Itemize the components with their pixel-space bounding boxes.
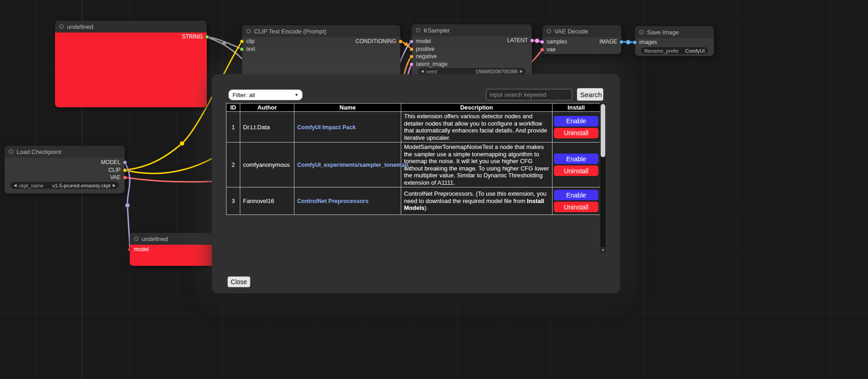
input-slot-images[interactable]: images — [633, 39, 657, 45]
enable-button[interactable]: Enable — [554, 190, 598, 200]
collapse-dot-icon[interactable] — [59, 24, 64, 29]
output-slot-string[interactable]: STRING — [182, 33, 209, 40]
slot-label: images — [639, 39, 657, 45]
output-slot-model[interactable]: MODEL — [101, 159, 127, 165]
node-title-bar[interactable]: VAE Decode — [542, 25, 621, 37]
enable-button[interactable]: Enable — [554, 116, 598, 126]
extension-name-cell: ComfyUI Impact Pack — [294, 112, 401, 143]
output-slot-clip[interactable]: CLIP — [108, 167, 127, 173]
conditioning-slot-dot-icon[interactable] — [409, 55, 414, 59]
conditioning-slot-dot-icon[interactable] — [409, 47, 414, 51]
slot-label: negative — [416, 53, 437, 60]
output-slot-vae[interactable]: VAE — [110, 174, 127, 181]
decrement-arrow-icon[interactable]: ◀ — [421, 70, 424, 73]
header-name: Name — [294, 104, 401, 112]
node-title-bar[interactable]: KSampler — [412, 24, 532, 36]
filename-prefix-widget[interactable]: filename_prefix ComfyUI — [641, 47, 708, 54]
uninstall-button[interactable]: Uninstall — [554, 128, 598, 138]
input-slot-clip[interactable]: clip — [240, 38, 254, 44]
node-title-bar[interactable]: undefined — [55, 21, 207, 33]
extension-link[interactable]: ComfyUI Impact Pack — [297, 124, 356, 131]
header-description: Description — [401, 104, 553, 112]
search-button[interactable]: Search — [577, 88, 603, 101]
input-slot-model[interactable]: model — [409, 38, 431, 44]
input-slot-samples[interactable]: samples — [540, 38, 567, 45]
scrollbar-thumb[interactable] — [601, 104, 605, 157]
ckpt-name-widget[interactable]: ◀ ckpt_name v1-5-pruned-emaonly.ckpt ▶ — [11, 182, 119, 189]
widget-value: v1-5-pruned-emaonly.ckpt — [52, 183, 111, 188]
latent-slot-dot-icon[interactable] — [540, 40, 544, 44]
input-slot-model[interactable]: model — [127, 246, 149, 253]
close-button[interactable]: Close — [227, 276, 250, 287]
extension-link[interactable]: ControlNet Preprocessors — [297, 198, 369, 204]
node-undefined-string[interactable]: undefined STRING — [55, 21, 207, 107]
uninstall-button[interactable]: Uninstall — [554, 165, 598, 176]
model-slot-dot-icon[interactable] — [409, 39, 414, 44]
slot-label: model — [416, 38, 431, 44]
image-slot-dot-icon[interactable] — [619, 40, 624, 44]
seed-widget[interactable]: ◀ seed 156680208700286 ▶ — [418, 68, 526, 75]
header-install: Install — [553, 104, 600, 112]
output-slot-latent[interactable]: LATENT — [507, 37, 534, 44]
extension-link[interactable]: ComfyUI_experiments/sampler_tonemap — [297, 162, 408, 168]
scroll-down-icon: ▼ — [602, 248, 605, 252]
clip-slot-dot-icon[interactable] — [123, 168, 127, 172]
collapse-dot-icon[interactable] — [246, 29, 251, 33]
description-text: This extension offers various detector n… — [404, 113, 547, 141]
slot-label: CONDITIONING — [355, 38, 396, 44]
input-slot-vae[interactable]: vae — [540, 46, 555, 53]
input-slot-negative[interactable]: negative — [409, 53, 437, 60]
slot-label: clip — [246, 38, 254, 44]
extension-install-cell: EnableUninstall — [553, 112, 600, 143]
output-slot-image[interactable]: IMAGE — [599, 38, 624, 45]
conditioning-slot-dot-icon[interactable] — [398, 39, 403, 44]
latent-slot-dot-icon[interactable] — [409, 62, 414, 66]
extension-row: 1Dr.Lt.DataComfyUI Impact PackThis exten… — [227, 112, 600, 143]
collapse-dot-icon[interactable] — [416, 28, 420, 33]
input-slot-latent-image[interactable]: latent_image — [409, 61, 448, 67]
slot-label: samples — [547, 38, 567, 45]
filter-select[interactable]: Filter: all ▼ — [228, 89, 303, 100]
scrollbar-down-button[interactable]: ▼ — [601, 247, 605, 253]
node-title-bar[interactable]: Load Checkpoint — [5, 146, 125, 158]
chevron-down-icon: ▼ — [294, 93, 299, 97]
node-title-bar[interactable]: CLIP Text Encode (Prompt) — [242, 25, 400, 37]
vae-slot-dot-icon[interactable] — [123, 176, 127, 180]
decrement-arrow-icon[interactable]: ◀ — [14, 184, 17, 187]
image-slot-dot-icon[interactable] — [633, 40, 637, 44]
model-slot-dot-icon[interactable] — [127, 247, 132, 252]
node-error-body — [55, 33, 207, 107]
increment-arrow-icon[interactable]: ▶ — [113, 184, 116, 187]
string-slot-dot-icon[interactable] — [240, 47, 244, 51]
enable-button[interactable]: Enable — [554, 154, 598, 164]
slot-label: positive — [416, 46, 435, 52]
extensions-table: ID Author Name Description Install 1Dr.L… — [226, 103, 600, 215]
vae-slot-dot-icon[interactable] — [540, 48, 544, 52]
node-vae-decode[interactable]: VAE Decode samples vae IMAGE — [542, 25, 621, 54]
collapse-dot-icon[interactable] — [134, 236, 138, 241]
comfyui-canvas[interactable]: { "icons": { "left_arrow": "◀", "right_a… — [0, 0, 868, 379]
extension-author: Fannovel16 — [240, 187, 294, 215]
model-slot-dot-icon[interactable] — [123, 160, 127, 165]
node-load-checkpoint[interactable]: Load Checkpoint MODEL CLIP VAE ◀ ckpt_na… — [5, 146, 125, 193]
extension-row: 3Fannovel16ControlNet PreprocessorsContr… — [227, 187, 600, 215]
node-title: KSampler — [424, 27, 450, 34]
clip-slot-dot-icon[interactable] — [240, 39, 244, 44]
search-input[interactable] — [486, 89, 572, 100]
uninstall-button[interactable]: Uninstall — [554, 202, 598, 212]
node-title: undefined — [142, 236, 168, 242]
extension-description: This extension offers various detector n… — [401, 112, 553, 143]
collapse-dot-icon[interactable] — [9, 149, 13, 154]
slot-label: STRING — [182, 33, 203, 40]
output-slot-conditioning[interactable]: CONDITIONING — [355, 38, 403, 44]
scrollbar-track[interactable]: ▼ — [600, 103, 606, 253]
collapse-dot-icon[interactable] — [639, 30, 644, 34]
node-title-bar[interactable]: Save Image — [635, 26, 714, 38]
increment-arrow-icon[interactable]: ▶ — [520, 70, 523, 73]
string-slot-dot-icon[interactable] — [205, 35, 209, 39]
collapse-dot-icon[interactable] — [547, 29, 551, 33]
latent-slot-dot-icon[interactable] — [530, 38, 534, 43]
node-save-image[interactable]: Save Image images filename_prefix ComfyU… — [635, 26, 714, 56]
input-slot-text[interactable]: text — [240, 46, 255, 52]
input-slot-positive[interactable]: positive — [409, 46, 435, 52]
